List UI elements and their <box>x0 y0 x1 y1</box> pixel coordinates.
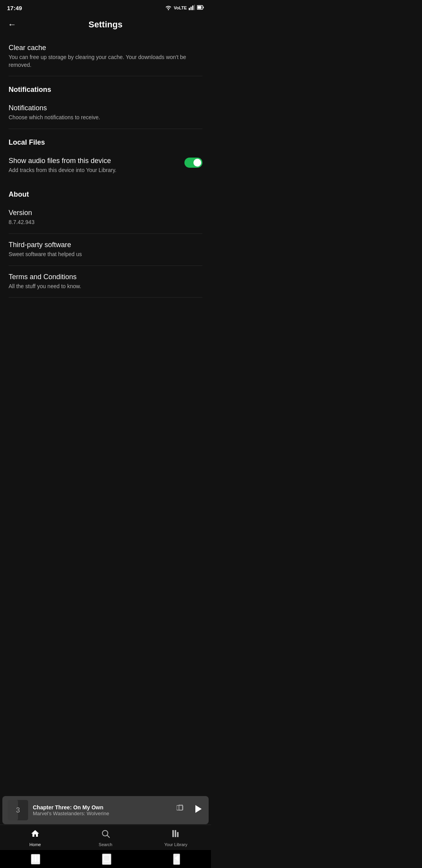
local-files-text: Show audio files from this device Add tr… <box>9 157 178 174</box>
terms-title: Terms and Conditions <box>9 273 202 281</box>
local-files-toggle-row: Show audio files from this device Add tr… <box>9 150 202 181</box>
svg-rect-2 <box>192 5 193 10</box>
svg-rect-3 <box>194 5 195 10</box>
signal-icon: VoLTE <box>174 5 187 10</box>
svg-rect-6 <box>203 7 204 8</box>
top-nav: ← Settings <box>0 14 211 37</box>
local-files-title: Show audio files from this device <box>9 157 178 165</box>
notifications-section-header: Notifications <box>9 76 202 97</box>
terms-subtitle: All the stuff you need to know. <box>9 283 202 291</box>
notifications-item[interactable]: Notifications Choose which notifications… <box>9 97 202 129</box>
notifications-title: Notifications <box>9 104 202 112</box>
local-files-section-header: Local Files <box>9 129 202 150</box>
status-bar: 17:49 VoLTE <box>0 0 211 14</box>
version-number: 8.7.42.943 <box>9 219 202 226</box>
clear-cache-item[interactable]: Clear cache You can free up storage by c… <box>9 37 202 76</box>
third-party-item[interactable]: Third-party software Sweet software that… <box>9 234 202 266</box>
status-icons: VoLTE <box>165 5 204 11</box>
wifi-icon <box>165 5 172 11</box>
settings-content: Clear cache You can free up storage by c… <box>0 37 211 384</box>
version-item: Version 8.7.42.943 <box>9 202 202 234</box>
local-files-toggle[interactable] <box>184 158 202 168</box>
version-title: Version <box>9 209 202 217</box>
battery-icon <box>197 5 204 11</box>
status-time: 17:49 <box>7 5 22 11</box>
terms-item[interactable]: Terms and Conditions All the stuff you n… <box>9 266 202 298</box>
notifications-subtitle: Choose which notifications to receive. <box>9 114 202 122</box>
toggle-knob <box>193 159 201 167</box>
clear-cache-subtitle: You can free up storage by clearing your… <box>9 54 202 69</box>
back-button[interactable]: ← <box>8 20 16 30</box>
svg-rect-5 <box>198 6 202 9</box>
third-party-subtitle: Sweet software that helped us <box>9 251 202 258</box>
page-title: Settings <box>89 20 123 30</box>
clear-cache-title: Clear cache <box>9 44 202 52</box>
third-party-title: Third-party software <box>9 241 202 249</box>
local-files-subtitle: Add tracks from this device into Your Li… <box>9 167 178 174</box>
about-section-header: About <box>9 181 202 202</box>
bars-icon <box>189 5 195 11</box>
svg-rect-0 <box>189 8 190 10</box>
svg-rect-1 <box>191 7 192 10</box>
